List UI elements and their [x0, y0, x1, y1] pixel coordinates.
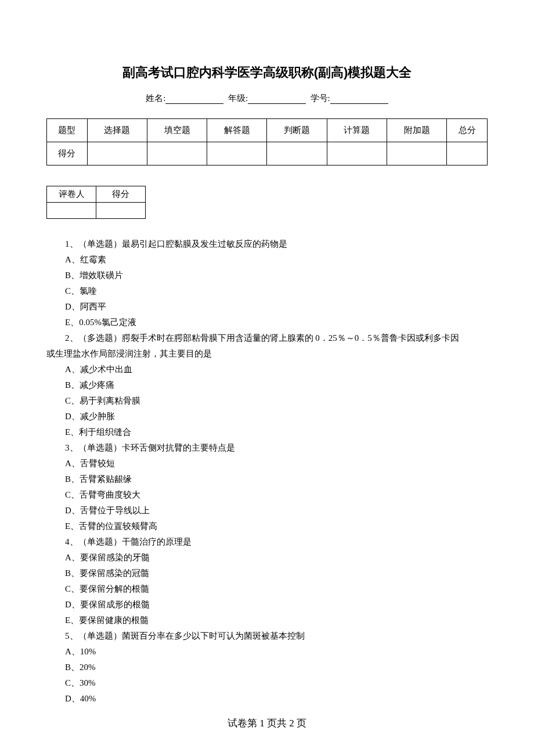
question-text: 3、（单选题）卡环舌侧对抗臂的主要特点是	[46, 440, 488, 456]
option: A、红霉素	[46, 252, 488, 268]
id-blank	[330, 95, 388, 104]
option: A、舌臂较短	[46, 456, 488, 471]
option: C、易于剥离粘骨膜	[46, 393, 488, 409]
score-cell	[447, 142, 488, 165]
score-cell	[147, 142, 207, 165]
score-table: 题型 选择题 填空题 解答题 判断题 计算题 附加题 总分 得分	[46, 118, 488, 165]
table-header: 附加题	[387, 119, 447, 142]
grade-label: 年级:	[228, 93, 248, 103]
name-label: 姓名:	[146, 93, 165, 103]
option: B、20%	[46, 660, 488, 675]
option: E、要保留健康的根髓	[46, 613, 488, 628]
option: A、要保留感染的牙髓	[46, 550, 488, 566]
option: B、减少疼痛	[46, 377, 488, 393]
option: B、舌臂紧贴龈缘	[46, 471, 488, 487]
score-row-label: 得分	[47, 142, 88, 165]
score-cell	[267, 142, 327, 165]
question-continuation: 或生理盐水作局部浸润注射，其主要目的是	[46, 346, 488, 362]
option: D、要保留成形的根髓	[46, 597, 488, 613]
option: D、减少肿胀	[46, 409, 488, 424]
table-header: 判断题	[267, 119, 327, 142]
table-header: 填空题	[147, 119, 207, 142]
table-header: 计算题	[327, 119, 387, 142]
score-cell	[327, 142, 387, 165]
page-footer: 试卷第 1 页共 2 页	[0, 717, 534, 730]
table-header: 题型	[47, 119, 88, 142]
question-text: 4、（单选题）干髓治疗的原理是	[46, 534, 488, 550]
option: C、30%	[46, 675, 488, 691]
score-cell	[207, 142, 267, 165]
table-header: 选择题	[87, 119, 147, 142]
eval-score-label: 得分	[96, 186, 146, 203]
evaluator-table: 评卷人 得分	[46, 186, 146, 219]
table-header: 总分	[447, 119, 488, 142]
option: D、40%	[46, 691, 488, 707]
evaluator-cell	[47, 203, 96, 219]
option: B、增效联磺片	[46, 268, 488, 283]
option: C、舌臂弯曲度较大	[46, 487, 488, 503]
name-blank	[165, 95, 223, 104]
option: E、舌臂的位置较颊臂高	[46, 519, 488, 534]
option: C、氯喹	[46, 283, 488, 299]
question-text: 5、（单选题）菌斑百分率在多少以下时可认为菌斑被基本控制	[46, 628, 488, 644]
option: E、0.05%氯己定液	[46, 315, 488, 330]
table-header: 解答题	[207, 119, 267, 142]
score-cell	[87, 142, 147, 165]
score-cell	[387, 142, 447, 165]
student-info-line: 姓名: 年级: 学号:	[46, 93, 488, 104]
option: A、减少术中出血	[46, 362, 488, 377]
evaluator-label: 评卷人	[47, 186, 96, 203]
grade-blank	[248, 95, 306, 104]
option: E、利于组织缝合	[46, 424, 488, 440]
id-label: 学号:	[311, 93, 330, 103]
option: B、要保留感染的冠髓	[46, 566, 488, 581]
question-text: 1、（单选题）最易引起口腔黏膜及发生过敏反应的药物是	[46, 236, 488, 252]
question-text: 2、（多选题）腭裂手术时在腭部粘骨膜下用含适量的肾上腺素的 0．25％～0．5％…	[46, 330, 488, 346]
exam-title: 副高考试口腔内科学医学高级职称(副高)模拟题大全	[46, 64, 488, 81]
option: D、舌臂位于导线以上	[46, 503, 488, 519]
eval-score-cell	[96, 203, 146, 219]
option: A、10%	[46, 644, 488, 660]
questions-container: 1、（单选题）最易引起口腔黏膜及发生过敏反应的药物是 A、红霉素 B、增效联磺片…	[46, 236, 488, 707]
option: C、要保留分解的根髓	[46, 581, 488, 597]
option: D、阿西平	[46, 299, 488, 315]
